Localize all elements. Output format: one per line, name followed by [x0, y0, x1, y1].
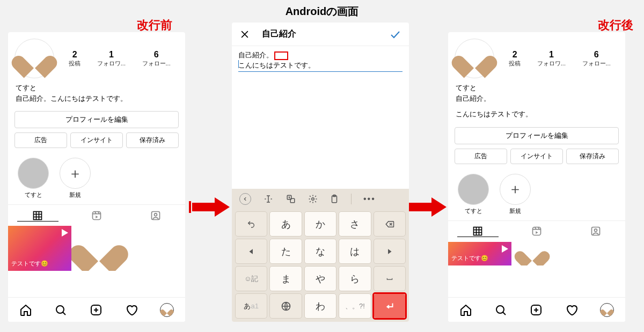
nav-profile[interactable] — [600, 303, 614, 317]
stat-following[interactable]: 6 フォロー... — [142, 50, 171, 68]
key-backspace[interactable] — [374, 211, 406, 237]
nav-create[interactable] — [530, 304, 543, 316]
close-button[interactable] — [239, 29, 250, 40]
stat-label: フォロワ... — [97, 60, 126, 68]
bio-textarea[interactable]: 自己紹介。 こんにちはテストです。 — [232, 46, 409, 72]
post-tile-reel[interactable]: テストです😊 — [8, 226, 71, 271]
key-emoji[interactable]: ☺記 — [235, 266, 267, 291]
tab-tagged[interactable] — [126, 210, 185, 221]
text-cursor — [238, 60, 239, 68]
kb-tool-settings[interactable] — [308, 194, 318, 204]
profile-bio: 自己紹介。こんにちはテストです。 — [16, 93, 178, 104]
saved-button[interactable]: 保存済み — [566, 149, 619, 164]
close-icon — [239, 29, 250, 40]
nav-activity[interactable] — [125, 304, 138, 316]
triangle-left-icon — [247, 248, 255, 255]
kb-tool-clipboard[interactable] — [330, 194, 339, 204]
post-tile-image[interactable] — [71, 226, 128, 271]
nav-search[interactable] — [54, 304, 67, 316]
nav-activity[interactable] — [565, 304, 578, 316]
post-tile-image[interactable] — [511, 242, 568, 265]
bio-editor-screen: 自己紹介 自己紹介。 こんにちはテストです。 ••• あ か さ — [232, 23, 409, 322]
story-label: てすと — [458, 207, 489, 215]
story-new[interactable]: ＋ 新規 — [60, 158, 91, 199]
profile-avatar[interactable] — [14, 39, 54, 78]
post-tile-empty — [568, 242, 625, 265]
stat-count: 6 — [582, 50, 611, 60]
key-ya[interactable]: や — [304, 266, 336, 291]
play-icon — [62, 229, 68, 237]
edit-profile-button[interactable]: プロフィールを編集 — [14, 111, 179, 128]
edit-profile-button[interactable]: プロフィールを編集 — [455, 127, 619, 144]
key-punct[interactable]: 、。?! — [339, 293, 371, 319]
profile-avatar[interactable] — [455, 39, 494, 78]
ads-button[interactable]: 広告 — [455, 149, 507, 164]
input-underline — [238, 71, 402, 72]
svg-rect-0 — [34, 211, 42, 219]
story-item[interactable]: てすと — [18, 158, 49, 199]
stat-count: 1 — [537, 50, 566, 60]
story-new[interactable]: ＋ 新規 — [500, 174, 531, 215]
confirm-button[interactable] — [389, 28, 401, 41]
svg-rect-12 — [474, 227, 482, 235]
key-space[interactable] — [374, 266, 406, 291]
nav-home[interactable] — [459, 304, 472, 316]
reels-icon — [531, 226, 542, 237]
key-enter[interactable] — [374, 293, 406, 319]
kb-tool-cursor[interactable] — [263, 194, 274, 204]
svg-point-16 — [496, 306, 504, 313]
post-tile-reel[interactable]: テストです😊 — [448, 242, 511, 265]
bio-line: 自己紹介。 — [238, 51, 273, 59]
kb-back-button[interactable] — [239, 193, 251, 205]
stat-posts[interactable]: 2 投稿 — [509, 50, 521, 68]
key-sa[interactable]: さ — [339, 211, 371, 237]
stat-followers[interactable]: 1 フォロワ... — [97, 50, 126, 68]
story-item[interactable]: てすと — [458, 174, 489, 215]
grid-icon — [32, 210, 43, 221]
nav-profile[interactable] — [160, 303, 174, 317]
saved-button[interactable]: 保存済み — [126, 132, 179, 148]
story-label: てすと — [18, 191, 49, 199]
heart-outline-icon — [565, 304, 578, 316]
nav-search[interactable] — [494, 304, 507, 316]
insights-button[interactable]: インサイト — [510, 149, 563, 164]
key-ra[interactable]: ら — [339, 266, 371, 291]
key-wa[interactable]: わ — [304, 293, 336, 319]
key-ma[interactable]: ま — [269, 266, 302, 291]
svg-point-15 — [595, 229, 597, 232]
caption-after: 改行後 — [598, 17, 633, 33]
key-ka[interactable]: か — [304, 211, 336, 237]
reels-icon — [91, 210, 102, 221]
avatar-icon — [600, 303, 614, 317]
tab-grid[interactable] — [448, 226, 507, 237]
key-na[interactable]: な — [304, 239, 336, 264]
key-right[interactable] — [374, 239, 406, 264]
heart-icon — [522, 244, 542, 262]
kb-tool-translate[interactable] — [286, 194, 296, 204]
stat-label: 投稿 — [69, 60, 80, 68]
insights-button[interactable]: インサイト — [70, 132, 123, 148]
key-ha[interactable]: は — [339, 239, 371, 264]
ads-button[interactable]: 広告 — [14, 132, 67, 148]
heart-icon — [462, 47, 487, 70]
key-globe[interactable] — [269, 293, 302, 319]
key-a[interactable]: あ — [269, 211, 302, 237]
stat-followers[interactable]: 1 フォロワ... — [537, 50, 566, 68]
kb-tool-more[interactable]: ••• — [363, 194, 376, 204]
key-mode[interactable]: あa1 — [235, 293, 267, 319]
key-undo[interactable] — [235, 211, 267, 237]
key-left[interactable] — [235, 239, 267, 264]
nav-create[interactable] — [90, 304, 103, 316]
plus-icon: ＋ — [60, 158, 91, 189]
tab-grid[interactable] — [8, 210, 67, 221]
stat-following[interactable]: 6 フォロー... — [582, 50, 611, 68]
tab-reels[interactable] — [507, 226, 566, 237]
grid-icon — [472, 226, 483, 237]
key-ta[interactable]: た — [269, 239, 302, 264]
nav-home[interactable] — [19, 304, 32, 316]
svg-rect-1 — [93, 211, 101, 219]
tab-tagged[interactable] — [566, 226, 625, 237]
stat-posts[interactable]: 2 投稿 — [69, 50, 80, 68]
tab-reels[interactable] — [67, 210, 126, 221]
stat-label: フォロワ... — [537, 60, 566, 68]
